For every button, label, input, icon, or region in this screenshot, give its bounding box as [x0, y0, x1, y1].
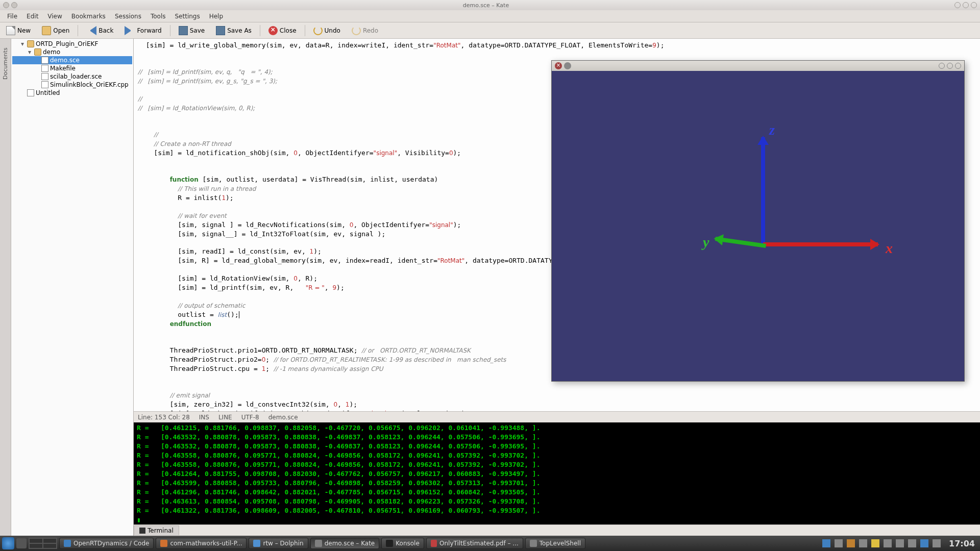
- terminal-panel: R = [0.461215, 0.881766, 0.098837, 0.882…: [134, 422, 980, 536]
- tray-icon[interactable]: [822, 539, 830, 547]
- tray-icon[interactable]: [908, 539, 916, 547]
- rotation-view-window[interactable]: × z x y: [551, 60, 965, 382]
- back-button[interactable]: Back: [83, 25, 116, 36]
- tray-icon[interactable]: [920, 539, 928, 547]
- app-icon: [160, 540, 167, 547]
- x-axis-label: x: [886, 240, 893, 257]
- save-as-button[interactable]: Save As: [213, 25, 255, 36]
- menu-tools[interactable]: Tools: [146, 12, 170, 21]
- file-icon: [27, 89, 34, 96]
- y-axis: [715, 237, 766, 248]
- new-button[interactable]: New: [3, 25, 34, 36]
- undo-icon: [313, 26, 323, 35]
- new-file-icon: [6, 26, 15, 35]
- clock[interactable]: 17:04: [946, 539, 978, 548]
- file-icon: [41, 81, 48, 88]
- menu-edit[interactable]: Edit: [22, 12, 42, 21]
- taskbar-task[interactable]: Konsole: [381, 538, 424, 549]
- tray-icon[interactable]: [896, 539, 904, 547]
- app-icon: [64, 540, 71, 547]
- redo-icon: [352, 26, 361, 35]
- taskbar-task[interactable]: demo.sce – Kate: [310, 538, 380, 549]
- close-button[interactable]: ×Close: [265, 25, 300, 36]
- document-tree[interactable]: ▾ORTD_Plugin_OriEKF ▾demo demo.sce Makef…: [11, 39, 134, 536]
- tree-file-scilab-loader[interactable]: scilab_loader.sce: [12, 72, 132, 81]
- close-icon: ×: [268, 26, 278, 35]
- tree-file-untitled[interactable]: Untitled: [12, 89, 132, 97]
- tree-file-demo-sce[interactable]: demo.sce: [12, 56, 132, 64]
- undo-button[interactable]: Undo: [310, 25, 344, 36]
- menu-settings[interactable]: Settings: [170, 12, 204, 21]
- window-menu-button[interactable]: [3, 2, 9, 8]
- insert-mode: INS: [199, 414, 209, 421]
- floppy-as-icon: [216, 26, 225, 35]
- documents-side-tab[interactable]: Documents: [0, 39, 11, 536]
- tray-icon[interactable]: [884, 539, 892, 547]
- viz-pin-button[interactable]: [564, 62, 571, 69]
- taskbar-task[interactable]: OnlyTiltEstimated.pdf – ...: [426, 538, 523, 549]
- folder-icon: [34, 48, 41, 56]
- close-window-button[interactable]: [971, 2, 977, 8]
- taskbar-task[interactable]: TopLevelShell: [525, 538, 585, 549]
- system-tray: [819, 539, 944, 547]
- tray-icon[interactable]: [933, 539, 941, 547]
- toolbar: New Open Back Forward Save Save As ×Clos…: [0, 22, 980, 39]
- maximize-button[interactable]: [963, 2, 969, 8]
- menu-view[interactable]: View: [43, 12, 66, 21]
- terminal-icon: [139, 528, 145, 534]
- menu-sessions[interactable]: Sessions: [111, 12, 145, 21]
- filename: demo.sce: [268, 414, 298, 421]
- terminal-output[interactable]: R = [0.461215, 0.881766, 0.098837, 0.882…: [134, 422, 980, 524]
- line-ending: LINE: [218, 414, 232, 421]
- terminal-tabbar: Terminal: [134, 524, 980, 536]
- redo-button[interactable]: Redo: [349, 25, 381, 36]
- file-icon: [41, 65, 48, 72]
- file-icon: [41, 73, 48, 80]
- encoding: UTF-8: [241, 414, 259, 421]
- open-button[interactable]: Open: [39, 25, 72, 36]
- app-icon: [431, 540, 437, 547]
- taskbar: OpenRTDynamics / Codecom-mathworks-util-…: [0, 536, 980, 551]
- cursor-position: Line: 153 Col: 28: [138, 414, 190, 421]
- window-title: demo.sce – Kate: [17, 2, 954, 9]
- tray-icon[interactable]: [859, 539, 867, 547]
- save-button[interactable]: Save: [176, 25, 208, 36]
- tray-icon[interactable]: [847, 539, 855, 547]
- viz-close-button[interactable]: ×: [555, 62, 562, 69]
- x-axis: [763, 242, 878, 246]
- tray-icon[interactable]: [871, 539, 879, 547]
- tray-icon[interactable]: [835, 539, 843, 547]
- window-pin-button[interactable]: [11, 2, 17, 8]
- taskbar-task[interactable]: com-mathworks-util-P...: [156, 538, 247, 549]
- activity-button[interactable]: [16, 538, 27, 548]
- app-icon: [315, 540, 322, 547]
- viz-scene: z x y: [552, 71, 964, 381]
- taskbar-task[interactable]: OpenRTDynamics / Code: [59, 538, 154, 549]
- menu-bookmarks[interactable]: Bookmarks: [67, 12, 110, 21]
- viz-maximize-button[interactable]: [947, 63, 953, 69]
- tree-folder-demo[interactable]: ▾demo: [12, 48, 132, 56]
- menu-help[interactable]: Help: [205, 12, 227, 21]
- y-axis-label: y: [703, 234, 709, 251]
- tree-folder-root[interactable]: ▾ORTD_Plugin_OriEKF: [12, 40, 132, 48]
- tree-file-simulinkblock[interactable]: SimulinkBlock_OriEKF.cpp: [12, 81, 132, 89]
- editor-statusbar: Line: 153 Col: 28 INS LINE UTF-8 demo.sc…: [134, 411, 980, 422]
- z-axis: [761, 137, 765, 244]
- desktop-pager[interactable]: [29, 538, 57, 549]
- minimize-button[interactable]: [954, 2, 961, 8]
- tree-file-makefile[interactable]: Makefile: [12, 64, 132, 72]
- forward-button[interactable]: Forward: [121, 25, 164, 36]
- terminal-tab[interactable]: Terminal: [134, 525, 179, 535]
- viz-titlebar[interactable]: ×: [552, 61, 964, 71]
- app-icon: [386, 540, 393, 547]
- folder-icon: [27, 40, 34, 47]
- window-titlebar: demo.sce – Kate: [0, 0, 980, 10]
- menu-file[interactable]: File: [3, 12, 21, 21]
- floppy-icon: [179, 26, 188, 35]
- viz-minimize-button[interactable]: [939, 63, 945, 69]
- viz-close2-button[interactable]: [955, 63, 961, 69]
- taskbar-task[interactable]: rtw – Dolphin: [249, 538, 308, 549]
- arrow-left-icon: [86, 26, 96, 35]
- open-folder-icon: [42, 26, 51, 35]
- kde-start-button[interactable]: [2, 537, 14, 549]
